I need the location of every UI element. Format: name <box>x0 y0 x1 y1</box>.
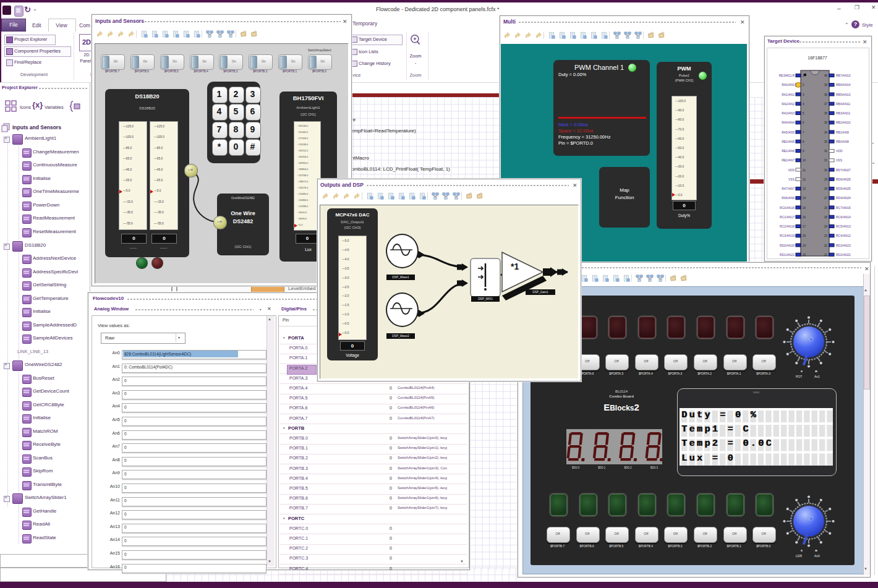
svg-text:RC2/AN18: RC2/AN18 <box>780 224 795 228</box>
svg-text:RC1/AN17: RC1/AN17 <box>780 215 795 219</box>
svg-text:RE3/MCLR: RE3/MCLR <box>779 74 795 77</box>
svg-text:RB5/AN13: RB5/AN13 <box>836 93 851 96</box>
svg-text:23: 23 <box>824 234 828 237</box>
svg-text:RD5/AN25: RD5/AN25 <box>836 187 851 190</box>
svg-text:18: 18 <box>803 234 806 237</box>
svg-text:RB6/AN14: RB6/AN14 <box>836 83 851 87</box>
svg-text:39: 39 <box>824 83 828 87</box>
svg-text:RC4/AN12: RC4/AN12 <box>836 234 851 237</box>
svg-text:RC7/AN15: RC7/AN15 <box>836 206 851 210</box>
svg-text:16: 16 <box>803 216 806 219</box>
svg-text:20: 20 <box>803 254 806 257</box>
svg-text:RD2/AN22: RD2/AN22 <box>836 253 851 257</box>
svg-text:RD1/AN21: RD1/AN21 <box>780 253 795 257</box>
svg-text:13: 13 <box>803 187 806 190</box>
svg-text:VDD: VDD <box>836 149 843 153</box>
svg-text:RB0/AN8: RB0/AN8 <box>836 140 849 143</box>
svg-text:37: 37 <box>824 103 828 106</box>
svg-text:28: 28 <box>824 187 828 190</box>
svg-text:15: 15 <box>803 207 806 210</box>
svg-text:RD6/AN26: RD6/AN26 <box>836 177 851 181</box>
svg-text:26: 26 <box>824 207 828 210</box>
svg-text:38: 38 <box>824 93 828 96</box>
svg-text:RA7/AN7: RA7/AN7 <box>782 187 795 190</box>
svg-text:*1: *1 <box>511 262 519 271</box>
svg-text:RA1/AN1: RA1/AN1 <box>782 93 795 96</box>
svg-text:RA6/AN6: RA6/AN6 <box>782 196 795 200</box>
svg-text:RE0/AN5: RE0/AN5 <box>782 140 795 143</box>
svg-text:21: 21 <box>824 254 828 257</box>
svg-text:17: 17 <box>803 225 806 228</box>
svg-text:31: 31 <box>824 159 828 162</box>
svg-text:30: 30 <box>824 169 828 172</box>
svg-text:32: 32 <box>824 150 828 153</box>
svg-text:19: 19 <box>803 244 806 247</box>
svg-text:RC6/AN14: RC6/AN14 <box>836 215 851 219</box>
svg-text:33: 33 <box>824 140 828 143</box>
svg-text:11: 11 <box>803 169 806 172</box>
svg-text:10: 10 <box>803 159 806 162</box>
svg-text:29: 29 <box>824 178 828 181</box>
svg-text:40: 40 <box>824 74 828 77</box>
svg-text:25: 25 <box>824 216 828 219</box>
svg-text:VDD: VDD <box>788 168 795 172</box>
svg-text:RB3/AN11: RB3/AN11 <box>836 111 850 115</box>
svg-text:RE2/AN7: RE2/AN7 <box>782 158 795 162</box>
svg-text:RA5/AN5: RA5/AN5 <box>782 130 795 134</box>
svg-text:35: 35 <box>824 121 828 124</box>
svg-text:RD7/AN27: RD7/AN27 <box>836 168 851 172</box>
svg-text:VSS: VSS <box>836 158 843 162</box>
svg-text:RC0/AN16: RC0/AN16 <box>780 206 795 210</box>
svg-text:RC5/AN13: RC5/AN13 <box>836 224 851 228</box>
svg-text:RE1/AN6: RE1/AN6 <box>782 149 795 153</box>
svg-text:RB4/AN11: RB4/AN11 <box>836 102 850 106</box>
svg-text:RD0/AN20: RD0/AN20 <box>780 244 795 247</box>
svg-text:14: 14 <box>803 197 806 200</box>
svg-text:RA2/AN2: RA2/AN2 <box>782 102 795 106</box>
svg-text:27: 27 <box>824 197 828 200</box>
svg-text:RD4/AN24: RD4/AN24 <box>836 196 851 200</box>
svg-text:34: 34 <box>824 131 828 134</box>
svg-text:RC3/AN19: RC3/AN19 <box>780 234 795 237</box>
svg-text:RA3/AN3: RA3/AN3 <box>782 111 795 115</box>
svg-text:24: 24 <box>824 225 828 228</box>
svg-text:RB2/AN10: RB2/AN10 <box>836 121 851 124</box>
svg-text:RD3/AN23: RD3/AN23 <box>836 244 851 247</box>
svg-text:RA0/AN0: RA0/AN0 <box>782 83 795 87</box>
svg-text:12: 12 <box>803 178 806 181</box>
svg-text:RB1/AN9: RB1/AN9 <box>836 130 849 134</box>
svg-text:RA4/AN4: RA4/AN4 <box>782 121 795 124</box>
svg-text:22: 22 <box>824 244 828 247</box>
svg-text:36: 36 <box>824 112 828 115</box>
svg-text:VSS: VSS <box>788 177 795 181</box>
svg-text:RB7/AN13: RB7/AN13 <box>836 74 851 77</box>
